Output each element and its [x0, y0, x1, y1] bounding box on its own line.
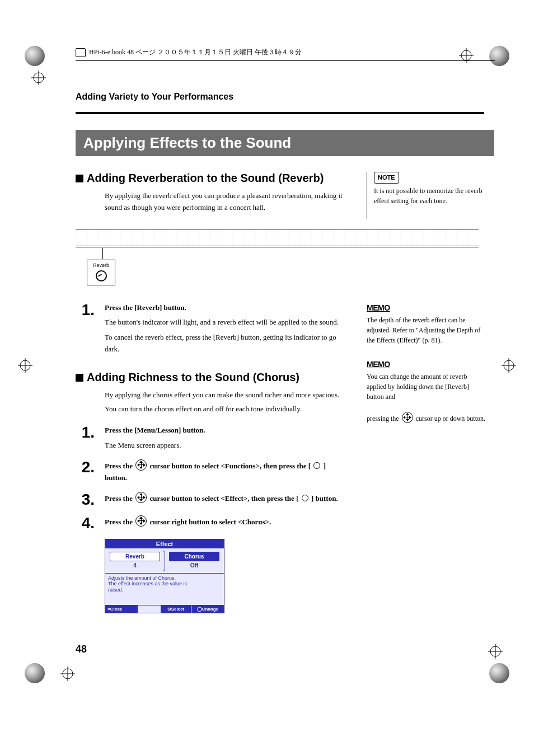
- book-header: HPi-6-e.book 48 ページ ２００５年１１月１５日 火曜日 午後３時…: [76, 48, 495, 57]
- cursor-icon: [135, 492, 147, 503]
- page-number: 48: [76, 644, 87, 655]
- step-number: 2.: [76, 459, 95, 475]
- chorus-heading: Adding Richness to the Sound (Chorus): [76, 371, 350, 384]
- step-number: 4.: [76, 515, 95, 531]
- cursor-icon: [402, 412, 413, 423]
- reverb-heading: Adding Reverberation to the Sound (Rever…: [76, 172, 350, 185]
- book-header-text: HPi-6-e.book 48 ページ ２００５年１１月１５日 火曜日 午後３時…: [89, 48, 302, 57]
- step-number: 1.: [76, 425, 95, 440]
- cursor-icon: [135, 515, 147, 527]
- step-text: To cancel the reverb effect, press the […: [105, 332, 350, 355]
- lcd-description: Adjusts the amount of Chorus. The effect…: [105, 574, 224, 605]
- step-instruction: Press the cursor button to select <Effec…: [105, 492, 350, 505]
- chorus-step-4: 4. Press the cursor right button to sele…: [76, 515, 350, 531]
- memo-label: MEMO: [367, 302, 390, 314]
- memo-2-text: You can change the amount of reverb appl…: [367, 372, 487, 424]
- circle-button-icon: [302, 495, 308, 501]
- lcd-footer-change: ◯Change: [191, 605, 224, 613]
- step-instruction: Press the [Menu/Lesson] button.: [105, 425, 350, 436]
- lcd-footer-select: ⊙Select: [161, 605, 191, 613]
- section-header: Adding Variety to Your Performances: [76, 92, 495, 102]
- step-instruction: Press the [Reverb] button.: [105, 302, 350, 314]
- reverb-step-1: 1. Press the [Reverb] button. The button…: [76, 302, 350, 355]
- chorus-step-3: 3. Press the cursor button to select <Ef…: [76, 492, 350, 508]
- step-text: The Menu screen appears.: [105, 440, 350, 452]
- chorus-step-2: 2. Press the cursor button to select <Fu…: [76, 459, 350, 484]
- memo-label: MEMO: [367, 359, 390, 370]
- step-number: 1.: [76, 302, 95, 318]
- reverb-callout: Reverb: [87, 248, 495, 285]
- reverb-intro: By applying the reverb effect you can pr…: [105, 190, 350, 214]
- step-instruction: Press the cursor button to select <Funct…: [105, 459, 350, 484]
- header-divider: [76, 60, 495, 61]
- circle-button-icon: [313, 462, 320, 469]
- chorus-intro-2: You can turn the chorus effect on and of…: [105, 403, 350, 415]
- chorus-intro-1: By applying the chorus effect you can ma…: [105, 389, 350, 401]
- crop-mark-icon: [60, 666, 75, 681]
- chorus-step-1: 1. Press the [Menu/Lesson] button. The M…: [76, 425, 350, 452]
- page-banner: Applying Effects to the Sound: [76, 130, 494, 156]
- callout-label: Reverb: [93, 262, 109, 268]
- crop-mark-icon: [488, 644, 503, 659]
- step-instruction: Press the cursor right button to select …: [105, 515, 350, 528]
- lcd-effect-screen: Effect ⌄ Reverb 4 Chorus Off ⌃ Adjusts t: [105, 539, 224, 613]
- panel-diagram: [76, 229, 479, 246]
- section-rule: [76, 112, 484, 114]
- lcd-title: Effect: [105, 539, 224, 548]
- knob-icon: [96, 270, 107, 281]
- memo-1-text: The depth of the reverb effect can be ad…: [367, 315, 487, 345]
- step-text: The button's indicator will light, and a…: [105, 317, 350, 328]
- step-number: 3.: [76, 492, 95, 508]
- note-label: NOTE: [374, 172, 399, 184]
- book-icon: [76, 48, 86, 57]
- lcd-tab-chorus: Chorus: [169, 552, 219, 561]
- lcd-chorus-value: Off: [165, 562, 224, 569]
- lcd-footer-close: ×Close: [105, 605, 138, 613]
- note-text: It is not possible to memorize the rever…: [374, 186, 494, 206]
- cursor-icon: [135, 459, 147, 471]
- lcd-reverb-value: 4: [105, 562, 165, 569]
- lcd-tab-reverb: Reverb: [110, 552, 160, 561]
